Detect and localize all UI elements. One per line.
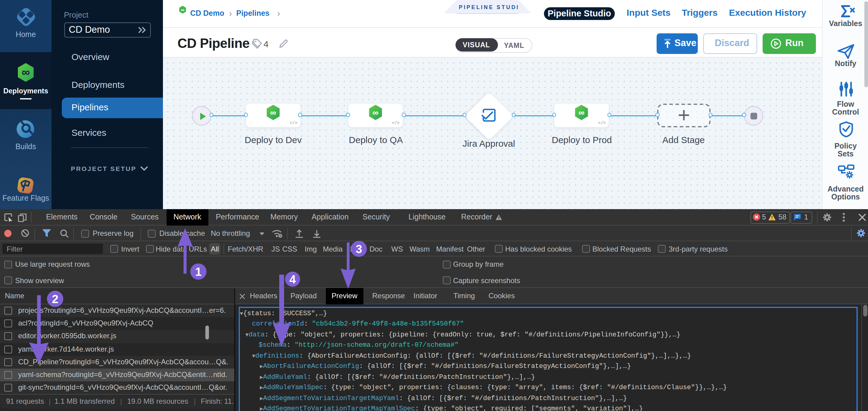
svg-text:∞: ∞: [372, 108, 378, 117]
svg-text:∞: ∞: [579, 108, 585, 117]
svg-text:∞: ∞: [181, 7, 184, 12]
svg-text:∞: ∞: [22, 66, 30, 79]
svg-text:∞: ∞: [270, 108, 276, 117]
